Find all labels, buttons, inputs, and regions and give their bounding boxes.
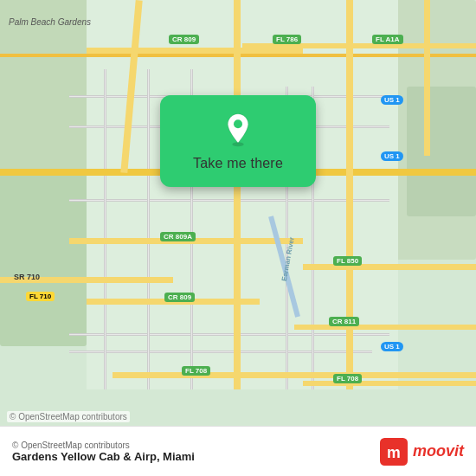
moovit-logo: m moovit: [380, 438, 464, 466]
minor-road-h4: [69, 333, 389, 336]
badge-us1-3: US 1: [381, 342, 403, 351]
osm-credit: © OpenStreetMap contributors: [7, 411, 130, 422]
osm-attribution: © OpenStreetMap contributors: [12, 441, 195, 450]
road-fl708-right: [303, 381, 476, 386]
road-fla1a: [424, 0, 430, 156]
badge-fl710: FL 710: [26, 292, 55, 301]
location-pin-icon: [221, 113, 255, 147]
road-cr811: [294, 325, 476, 330]
svg-text:m: m: [387, 444, 401, 461]
moovit-icon: m: [380, 438, 408, 466]
green-area-right2: [407, 87, 476, 216]
badge-us1-2: US 1: [381, 151, 403, 161]
minor-road-v2: [147, 69, 150, 389]
badge-fl809: CR 809: [164, 293, 195, 302]
badge-us1-1: US 1: [381, 95, 403, 105]
svg-point-1: [234, 119, 242, 128]
bottom-bar: © OpenStreetMap contributors Gardens Yel…: [0, 426, 476, 476]
badge-cr811: CR 811: [329, 317, 359, 326]
road-main-v1: [234, 0, 241, 389]
road-us1-v: [346, 0, 353, 389]
minor-road-h5: [69, 351, 372, 353]
area-label-pbg: Palm Beach Gardens: [9, 17, 91, 27]
take-me-there-button[interactable]: Take me there: [193, 156, 283, 171]
badge-fla1a: FL A1A: [372, 35, 403, 44]
badge-fl708-l: FL 708: [182, 366, 210, 376]
badge-cr809a: CR 809A: [160, 232, 196, 241]
road-cr809-top: [87, 48, 303, 54]
badge-fl708-r: FL 708: [333, 374, 362, 383]
map-container: CR 809 FL 786 FL A1A US 1 US 1 US 1 CR 8…: [0, 0, 476, 476]
minor-road-h3: [69, 199, 389, 202]
badge-fl850: FL 850: [333, 256, 362, 266]
bottom-bar-info: © OpenStreetMap contributors Gardens Yel…: [12, 441, 195, 463]
location-label: Gardens Yellow Cab & Airp, Miami: [12, 450, 195, 463]
popup-card: Take me there: [160, 95, 316, 187]
badge-fl786: FL 786: [273, 35, 301, 44]
moovit-text: moovit: [413, 442, 464, 460]
badge-cr809: CR 809: [169, 35, 199, 44]
minor-road-v1: [104, 69, 106, 389]
road-fl850: [303, 264, 476, 270]
road-fl708-bottom: [113, 372, 476, 378]
label-sr710: SR 710: [14, 273, 40, 281]
